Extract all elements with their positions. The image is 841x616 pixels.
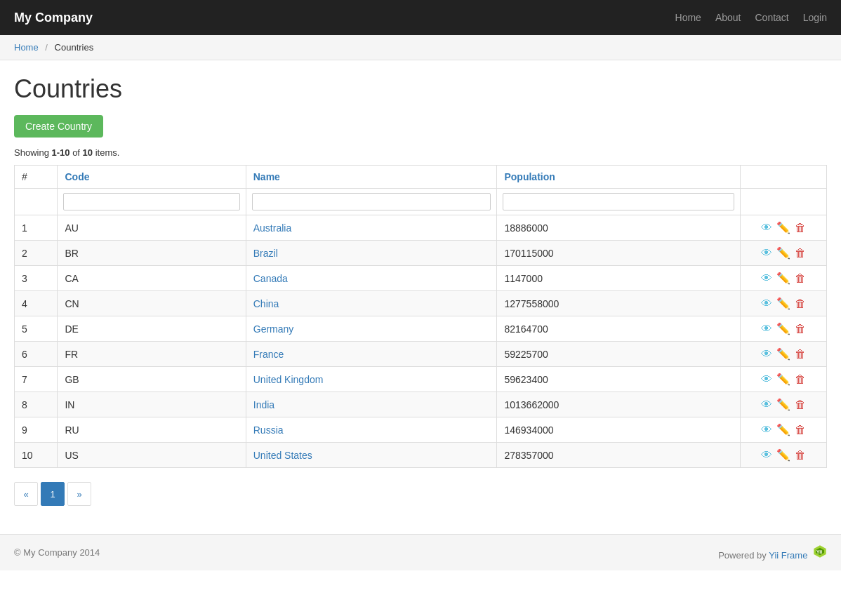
delete-icon[interactable]: 🗑 <box>795 399 806 411</box>
cell-code: DE <box>58 316 246 342</box>
nav-contact[interactable]: Contact <box>755 12 788 23</box>
col-header-code[interactable]: Code <box>58 166 246 189</box>
col-code-sort-link[interactable]: Code <box>65 171 89 182</box>
table-row: 4CNChina1277558000 👁 ✏️ 🗑 <box>15 291 827 316</box>
edit-icon[interactable]: ✏️ <box>776 347 790 361</box>
main-content: Countries Create Country Showing 1-10 of… <box>0 60 841 534</box>
cell-population: 59225700 <box>497 342 741 367</box>
page-title: Countries <box>14 74 827 104</box>
delete-icon[interactable]: 🗑 <box>795 348 806 361</box>
edit-icon[interactable]: ✏️ <box>776 246 790 260</box>
delete-icon[interactable]: 🗑 <box>795 373 806 386</box>
yii-framework-link[interactable]: Yii Frame <box>769 550 807 561</box>
showing-suffix: items. <box>93 147 119 158</box>
country-name-link[interactable]: Canada <box>253 273 288 284</box>
edit-icon[interactable]: ✏️ <box>776 423 790 436</box>
view-icon[interactable]: 👁 <box>761 247 772 260</box>
delete-icon[interactable]: 🗑 <box>795 222 806 234</box>
filter-name-input[interactable] <box>252 193 491 210</box>
view-icon[interactable]: 👁 <box>761 373 772 386</box>
col-header-actions <box>741 166 827 189</box>
cell-num: 5 <box>15 316 58 342</box>
cell-num: 8 <box>15 392 58 417</box>
brand-link[interactable]: My Company <box>14 11 93 25</box>
create-country-button[interactable]: Create Country <box>14 115 103 138</box>
pagination-prev[interactable]: « <box>14 482 38 506</box>
view-icon[interactable]: 👁 <box>761 272 772 285</box>
table-row: 5DEGermany82164700 👁 ✏️ 🗑 <box>15 316 827 342</box>
filter-pop-input[interactable] <box>503 193 734 210</box>
nav-login[interactable]: Login <box>803 12 827 23</box>
showing-of: of <box>70 147 83 158</box>
cell-code: AU <box>58 215 246 241</box>
pagination-page-1[interactable]: 1 <box>41 482 65 506</box>
table-row: 1AUAustralia18886000 👁 ✏️ 🗑 <box>15 215 827 241</box>
breadcrumb-home[interactable]: Home <box>14 42 39 53</box>
delete-icon[interactable]: 🗑 <box>795 449 806 462</box>
cell-name: Australia <box>246 215 497 241</box>
cell-name: India <box>246 392 497 417</box>
edit-icon[interactable]: ✏️ <box>776 448 790 462</box>
table-row: 2BRBrazil170115000 👁 ✏️ 🗑 <box>15 241 827 266</box>
filter-code-input[interactable] <box>63 193 239 210</box>
yii-logo: Yii <box>813 544 827 558</box>
cell-population: 146934000 <box>497 417 741 443</box>
view-icon[interactable]: 👁 <box>761 297 772 310</box>
country-name-link[interactable]: Australia <box>253 222 291 234</box>
edit-icon[interactable]: ✏️ <box>776 297 790 310</box>
view-icon[interactable]: 👁 <box>761 424 772 436</box>
cell-code: BR <box>58 241 246 266</box>
country-name-link[interactable]: United States <box>253 450 312 461</box>
footer-copyright: © My Company 2014 <box>14 547 100 558</box>
edit-icon[interactable]: ✏️ <box>776 322 790 335</box>
cell-code: RU <box>58 417 246 443</box>
cell-num: 7 <box>15 367 58 392</box>
cell-num: 10 <box>15 443 58 468</box>
nav-about[interactable]: About <box>715 12 741 23</box>
country-name-link[interactable]: Russia <box>253 424 284 436</box>
pagination-next[interactable]: » <box>67 482 91 506</box>
delete-icon[interactable]: 🗑 <box>795 272 806 285</box>
filter-pop-cell <box>497 189 741 215</box>
view-icon[interactable]: 👁 <box>761 449 772 462</box>
delete-icon[interactable]: 🗑 <box>795 323 806 335</box>
cell-actions: 👁 ✏️ 🗑 <box>741 215 827 241</box>
col-name-sort-link[interactable]: Name <box>253 171 280 182</box>
country-name-link[interactable]: Brazil <box>253 248 278 259</box>
powered-prefix: Powered by <box>718 550 769 561</box>
cell-name: France <box>246 342 497 367</box>
cell-code: FR <box>58 342 246 367</box>
delete-icon[interactable]: 🗑 <box>795 247 806 260</box>
delete-icon[interactable]: 🗑 <box>795 424 806 436</box>
view-icon[interactable]: 👁 <box>761 222 772 234</box>
delete-icon[interactable]: 🗑 <box>795 297 806 310</box>
breadcrumb: Home / Countries <box>0 35 841 60</box>
col-header-name[interactable]: Name <box>246 166 497 189</box>
table-body: 1AUAustralia18886000 👁 ✏️ 🗑 2BRBrazil170… <box>15 215 827 468</box>
view-icon[interactable]: 👁 <box>761 348 772 361</box>
view-icon[interactable]: 👁 <box>761 323 772 335</box>
cell-name: United States <box>246 443 497 468</box>
cell-population: 170115000 <box>497 241 741 266</box>
view-icon[interactable]: 👁 <box>761 399 772 411</box>
country-name-link[interactable]: India <box>253 399 274 410</box>
cell-code: CA <box>58 266 246 291</box>
col-pop-sort-link[interactable]: Population <box>504 171 555 182</box>
cell-actions: 👁 ✏️ 🗑 <box>741 316 827 342</box>
cell-num: 3 <box>15 266 58 291</box>
country-name-link[interactable]: Germany <box>253 323 294 335</box>
cell-code: IN <box>58 392 246 417</box>
country-name-link[interactable]: China <box>253 298 279 309</box>
cell-actions: 👁 ✏️ 🗑 <box>741 266 827 291</box>
country-name-link[interactable]: France <box>253 349 284 360</box>
edit-icon[interactable]: ✏️ <box>776 272 790 285</box>
cell-actions: 👁 ✏️ 🗑 <box>741 392 827 417</box>
cell-num: 9 <box>15 417 58 443</box>
edit-icon[interactable]: ✏️ <box>776 398 790 411</box>
edit-icon[interactable]: ✏️ <box>776 373 790 386</box>
col-header-population[interactable]: Population <box>497 166 741 189</box>
showing-range: 1-10 <box>51 147 69 158</box>
edit-icon[interactable]: ✏️ <box>776 221 790 234</box>
country-name-link[interactable]: United Kingdom <box>253 374 324 385</box>
nav-home[interactable]: Home <box>675 12 701 23</box>
